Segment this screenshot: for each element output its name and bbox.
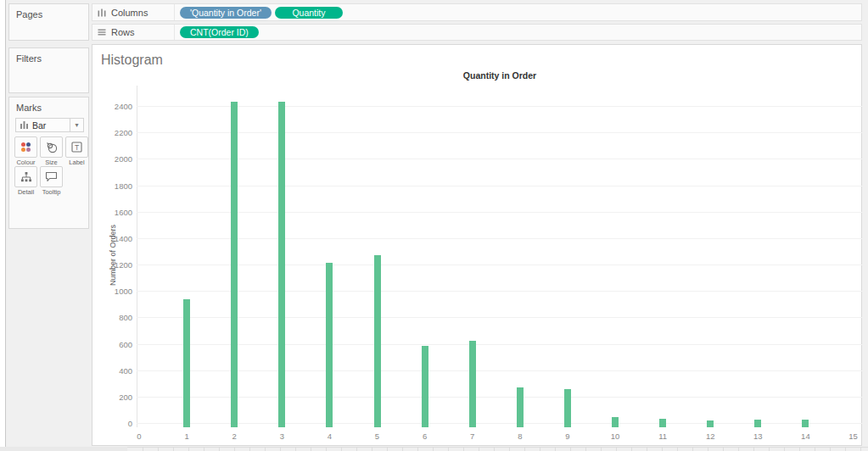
size-button-label: Size	[45, 159, 58, 166]
rows-shelf-label: Rows	[111, 27, 135, 37]
tableau-workspace: Pages Filters Marks Bar ▾	[0, 0, 868, 451]
columns-shelf[interactable]: Columns 'Quantity in Order' Quantity	[92, 3, 862, 21]
y-tick-label: 200	[97, 393, 132, 402]
tooltip-button-label: Tooltip	[42, 188, 61, 196]
bar[interactable]	[469, 341, 476, 427]
y-tick-label: 1600	[97, 208, 132, 217]
scrollbar-segment	[479, 448, 479, 451]
scrollbar-segment	[494, 448, 495, 451]
scrollbar-segment	[540, 448, 540, 451]
x-tick-label: 9	[555, 432, 580, 441]
x-tick-label: 11	[650, 432, 675, 441]
y-gridline	[137, 317, 863, 318]
scrollbar-segment	[417, 448, 418, 451]
detail-button[interactable]: Detail	[14, 166, 37, 196]
y-tick-label: 0	[97, 419, 132, 428]
filters-shelf[interactable]: Filters	[8, 47, 89, 93]
bar[interactable]	[707, 420, 714, 427]
rows-shelf[interactable]: Rows CNT(Order ID)	[92, 24, 862, 41]
bar[interactable]	[517, 387, 524, 427]
x-tick-label: 7	[460, 432, 485, 441]
scrollbar-segment	[601, 448, 602, 451]
bar[interactable]	[422, 346, 428, 427]
scrollbar-segment	[616, 448, 617, 451]
scrollbar-segment	[204, 448, 204, 451]
scrollbar-segment	[799, 448, 800, 451]
sheet-title: Histogram	[101, 53, 163, 68]
filters-label: Filters	[9, 48, 88, 64]
scrollbar-segment	[631, 448, 632, 451]
marks-label: Marks	[9, 97, 88, 113]
scrollbar-segment	[723, 448, 724, 451]
scrollbar-segment	[188, 448, 189, 451]
bar[interactable]	[564, 389, 571, 428]
scrollbar-segment	[524, 448, 525, 451]
x-tick-label: 1	[174, 432, 199, 441]
bar[interactable]	[374, 255, 381, 427]
scrollbar-segment	[219, 448, 220, 451]
y-gridline	[137, 159, 863, 159]
scrollbar-segment	[585, 448, 586, 451]
mark-type-dropdown[interactable]: Bar ▾	[15, 118, 84, 132]
scrollbar-segment	[509, 448, 510, 451]
rows-icon	[98, 28, 106, 36]
scrollbar-segment	[173, 448, 174, 451]
scrollbar-segment	[692, 448, 693, 451]
bar[interactable]	[231, 102, 238, 428]
x-tick-label: 4	[316, 432, 342, 441]
scrollbar-segment	[860, 448, 861, 451]
scrollbar-segment	[295, 448, 296, 451]
scrollbar-segment	[265, 448, 266, 451]
y-tick-label: 2000	[97, 154, 132, 164]
label-button[interactable]: T Label	[65, 136, 88, 166]
x-tick-label: 15	[841, 432, 866, 441]
y-tick-label: 1400	[97, 234, 132, 243]
scrollbar-segment	[280, 448, 281, 451]
scrollbar-segment	[815, 448, 815, 451]
y-gridline	[137, 291, 863, 292]
scrollbar-segment	[326, 448, 327, 451]
scrollbar-segment	[677, 448, 678, 451]
tooltip-button[interactable]: Tooltip	[40, 166, 63, 196]
scrollbar-segment	[784, 448, 785, 451]
pages-shelf[interactable]: Pages	[8, 3, 89, 41]
scrollbar-segment	[234, 448, 235, 451]
x-tick-label: 6	[412, 432, 438, 441]
label-icon: T	[71, 142, 82, 153]
bar[interactable]	[612, 417, 619, 428]
scrollbar-segment	[433, 448, 434, 451]
scrollbar-segment	[570, 448, 571, 451]
bar[interactable]	[754, 420, 761, 427]
y-tick-label: 600	[97, 340, 132, 349]
size-button[interactable]: Size	[40, 136, 63, 166]
pill-quantity[interactable]: Quantity	[275, 7, 343, 19]
x-tick-label: 5	[365, 432, 390, 441]
x-tick-label: 3	[269, 432, 294, 441]
chevron-down-icon[interactable]: ▾	[70, 119, 83, 131]
worksheet: Histogram Quantity in Order Number of Or…	[92, 44, 862, 446]
bar[interactable]	[278, 102, 285, 427]
colour-button[interactable]: Colour	[14, 136, 37, 166]
bar[interactable]	[659, 419, 666, 427]
mark-type-value: Bar	[32, 120, 46, 131]
scrollbar-segment	[738, 448, 739, 451]
scrollbar-segment	[753, 448, 754, 451]
horizontal-scrollbar[interactable]	[127, 447, 868, 451]
size-icon	[46, 142, 58, 153]
x-tick-label: 10	[602, 432, 628, 441]
scrollbar-segment	[387, 448, 388, 451]
marks-card: Marks Bar ▾	[8, 97, 89, 229]
pages-label: Pages	[9, 4, 88, 19]
y-gridline	[137, 212, 863, 213]
scrollbar-segment	[448, 448, 449, 451]
y-axis-line	[137, 86, 137, 427]
pill-quantity-in-order[interactable]: 'Quantity in Order'	[180, 7, 272, 19]
y-gridline	[137, 370, 863, 371]
y-tick-label: 1200	[97, 260, 132, 270]
bar[interactable]	[183, 299, 190, 427]
left-resize-strip[interactable]	[0, 0, 6, 451]
detail-icon	[20, 171, 32, 183]
bar[interactable]	[326, 263, 333, 427]
pill-cnt-order-id[interactable]: CNT(Order ID)	[180, 26, 259, 38]
bar[interactable]	[802, 420, 809, 427]
